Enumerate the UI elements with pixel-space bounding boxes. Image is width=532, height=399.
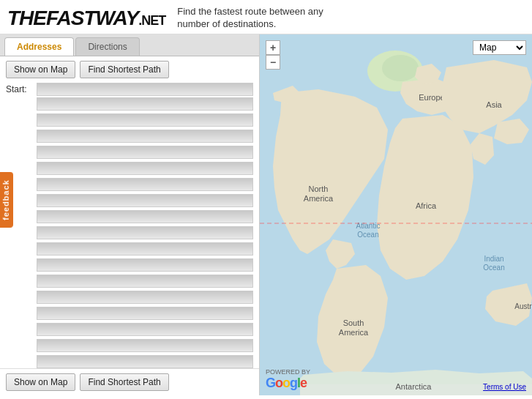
feedback-tab[interactable]: feedback xyxy=(0,172,13,228)
header: TheFastWay.net Find the fastest route be… xyxy=(0,0,532,34)
tab-directions[interactable]: Directions xyxy=(75,37,139,56)
svg-text:America: America xyxy=(304,194,334,203)
bottom-toolbar: Show on Map Find Shortest Path xyxy=(0,368,259,395)
powered-by-label: POWERED BY xyxy=(266,368,310,376)
show-on-map-button[interactable]: Show on Map xyxy=(6,61,75,78)
list-item xyxy=(6,258,253,272)
list-item xyxy=(6,194,253,207)
map-panel: North America South America Europe Afric… xyxy=(260,34,532,395)
waypoint-input[interactable] xyxy=(37,130,253,143)
list-item xyxy=(6,178,253,191)
map-svg-container: North America South America Europe Afric… xyxy=(260,34,532,395)
list-item xyxy=(6,291,253,304)
svg-text:Africa: Africa xyxy=(416,201,437,210)
waypoint-input[interactable] xyxy=(37,210,253,223)
waypoint-input[interactable] xyxy=(37,307,253,320)
svg-text:Ocean: Ocean xyxy=(357,231,378,239)
list-item xyxy=(6,307,253,320)
waypoint-input[interactable] xyxy=(37,275,253,288)
list-item xyxy=(6,226,253,239)
waypoint-input[interactable] xyxy=(37,162,253,175)
list-item xyxy=(6,130,253,143)
svg-text:Antarctica: Antarctica xyxy=(396,382,432,391)
bottom-find-shortest-path-button[interactable]: Find Shortest Path xyxy=(80,373,168,391)
start-input[interactable] xyxy=(37,83,253,96)
list-item xyxy=(6,113,253,127)
google-credit: POWERED BY Google xyxy=(266,368,310,391)
waypoint-input[interactable] xyxy=(37,258,253,272)
find-shortest-path-button[interactable]: Find Shortest Path xyxy=(80,61,168,78)
logo-text: TheFastWay xyxy=(7,7,138,29)
waypoint-input[interactable] xyxy=(37,194,253,207)
zoom-in-button[interactable]: + xyxy=(266,40,280,55)
svg-text:Asia: Asia xyxy=(486,100,502,109)
svg-text:North: North xyxy=(309,184,329,193)
waypoint-input[interactable] xyxy=(37,242,253,256)
terms-of-use-link[interactable]: Terms of Use xyxy=(483,383,526,391)
start-row: Start: xyxy=(6,83,253,96)
svg-text:America: America xyxy=(339,328,369,337)
svg-text:Europe: Europe xyxy=(419,93,444,102)
tagline: Find the fastest route between any numbe… xyxy=(177,6,323,31)
world-map-svg: North America South America Europe Afric… xyxy=(260,34,532,395)
left-panel: Addresses Directions Show on Map Find Sh… xyxy=(0,34,260,395)
zoom-out-button[interactable]: − xyxy=(266,55,280,70)
svg-text:Ocean: Ocean xyxy=(483,264,504,272)
toolbar: Show on Map Find Shortest Path xyxy=(0,56,259,83)
addresses-area: Start: xyxy=(0,83,259,368)
svg-text:Atlantic: Atlantic xyxy=(356,222,381,230)
list-item xyxy=(6,146,253,159)
map-type-select[interactable]: Map Satellite Terrain xyxy=(473,40,526,55)
waypoint-input[interactable] xyxy=(37,97,253,111)
waypoint-input[interactable] xyxy=(37,113,253,127)
svg-point-2 xyxy=(382,55,419,81)
waypoint-input[interactable] xyxy=(37,355,253,368)
list-item xyxy=(6,275,253,288)
bottom-show-on-map-button[interactable]: Show on Map xyxy=(6,373,75,391)
list-item xyxy=(6,355,253,368)
map-type-selector[interactable]: Map Satellite Terrain xyxy=(473,40,526,55)
map-zoom-controls: + − xyxy=(266,40,280,70)
google-logo: Google xyxy=(266,376,307,391)
svg-text:Indian: Indian xyxy=(484,255,503,263)
waypoint-input[interactable] xyxy=(37,226,253,239)
start-label: Start: xyxy=(6,84,34,94)
list-item xyxy=(6,162,253,175)
svg-text:Austr: Austr xyxy=(514,302,532,310)
list-item xyxy=(6,97,253,111)
list-item xyxy=(6,210,253,223)
list-item xyxy=(6,323,253,336)
tab-bar: Addresses Directions xyxy=(0,34,259,56)
waypoint-input[interactable] xyxy=(37,291,253,304)
list-item xyxy=(6,339,253,352)
list-item xyxy=(6,242,253,256)
waypoint-input[interactable] xyxy=(37,178,253,191)
waypoint-input[interactable] xyxy=(37,339,253,352)
main-layout: Addresses Directions Show on Map Find Sh… xyxy=(0,34,532,395)
logo-net: .net xyxy=(138,13,165,28)
waypoint-input[interactable] xyxy=(37,323,253,336)
svg-text:South: South xyxy=(343,318,364,327)
tab-addresses[interactable]: Addresses xyxy=(4,37,74,56)
waypoint-input[interactable] xyxy=(37,146,253,159)
waypoint-rows xyxy=(6,97,253,368)
site-logo: TheFastWay.net xyxy=(7,7,165,30)
